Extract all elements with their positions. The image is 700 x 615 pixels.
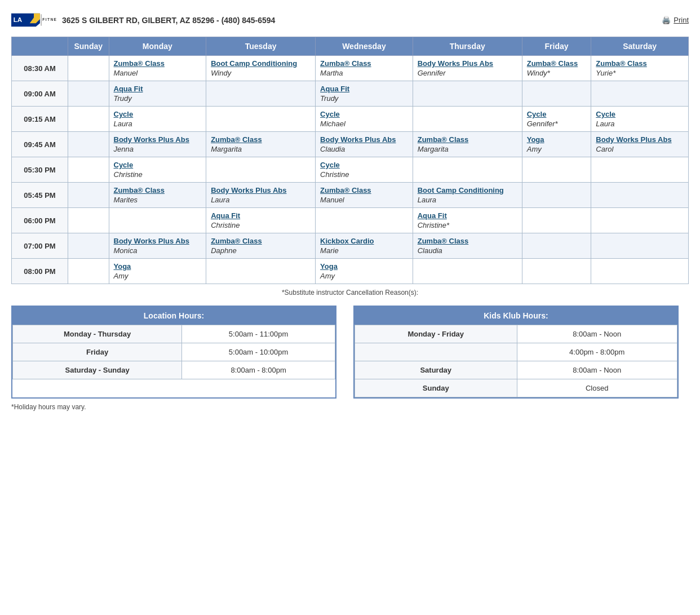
class-cell-thursday: Zumba® ClassClaudia <box>413 233 522 259</box>
class-name[interactable]: Aqua Fit <box>211 211 311 220</box>
class-name[interactable]: Yoga <box>527 135 587 144</box>
class-name[interactable]: Aqua Fit <box>114 85 202 93</box>
class-name[interactable]: Zumba® Class <box>211 135 311 144</box>
kids-klub-hours-box: Kids Klub Hours: Monday - Friday8:00am -… <box>353 306 679 399</box>
class-name[interactable]: Aqua Fit <box>320 85 408 93</box>
class-name[interactable]: Body Works Plus Abs <box>211 186 311 194</box>
time-cell: 08:30 AM <box>12 56 68 81</box>
instructor-name: Gennifer* <box>527 120 587 128</box>
class-cell-saturday <box>591 157 689 183</box>
class-cell-friday <box>522 183 591 208</box>
class-cell-sunday <box>68 259 109 284</box>
class-name[interactable]: Body Works Plus Abs <box>114 135 202 144</box>
instructor-name: Laura <box>114 120 202 128</box>
col-header-time <box>12 37 68 56</box>
class-name[interactable]: Cycle <box>114 161 202 169</box>
class-cell-sunday <box>68 233 109 259</box>
class-cell-wednesday: CycleChristine <box>316 157 413 183</box>
class-name[interactable]: Zumba® Class <box>596 59 684 68</box>
class-cell-thursday <box>413 81 522 107</box>
class-cell-tuesday: Body Works Plus AbsLaura <box>206 183 316 208</box>
print-button[interactable]: 🖨️ Print <box>662 16 689 24</box>
kids-hours: 8:00am - Noon <box>517 325 677 343</box>
class-cell-friday <box>522 81 591 107</box>
class-name[interactable]: Zumba® Class <box>320 59 408 68</box>
class-name[interactable]: Body Works Plus Abs <box>114 237 202 245</box>
class-name[interactable]: Zumba® Class <box>418 237 517 245</box>
class-name[interactable]: Yoga <box>114 262 202 271</box>
class-cell-friday: Zumba® ClassWindy* <box>522 56 591 81</box>
instructor-name: Marites <box>114 196 202 204</box>
schedule-row: 08:30 AMZumba® ClassManuelBoot Camp Cond… <box>12 56 689 81</box>
class-cell-tuesday <box>206 157 316 183</box>
class-name[interactable]: Boot Camp Conditioning <box>418 186 517 194</box>
class-cell-tuesday <box>206 107 316 132</box>
class-name[interactable]: Cycle <box>320 161 408 169</box>
class-name[interactable]: Cycle <box>596 110 684 118</box>
class-name[interactable]: Body Works Plus Abs <box>418 59 517 68</box>
class-cell-saturday <box>591 208 689 233</box>
class-cell-saturday <box>591 259 689 284</box>
location-hours-row: Saturday - Sunday8:00am - 8:00pm <box>13 361 335 379</box>
col-header-tuesday: Tuesday <box>206 37 316 56</box>
class-name[interactable]: Cycle <box>114 110 202 118</box>
class-cell-wednesday <box>316 208 413 233</box>
schedule-row: 05:30 PMCycleChristineCycleChristine <box>12 157 689 183</box>
class-cell-tuesday: Zumba® ClassMargarita <box>206 132 316 157</box>
class-cell-thursday <box>413 157 522 183</box>
class-name[interactable]: Boot Camp Conditioning <box>211 59 311 68</box>
class-cell-monday: Zumba® ClassManuel <box>109 56 206 81</box>
svg-text:FITNESS.: FITNESS. <box>42 17 56 21</box>
class-name[interactable]: Yoga <box>320 262 408 271</box>
kids-klub-row: SundayClosed <box>355 379 677 397</box>
time-cell: 09:45 AM <box>12 132 68 157</box>
class-name[interactable]: Body Works Plus Abs <box>596 135 684 144</box>
kids-klub-hours-table: Monday - Friday8:00am - Noon4:00pm - 8:0… <box>355 325 677 397</box>
class-name[interactable]: Body Works Plus Abs <box>320 135 408 144</box>
time-cell: 05:45 PM <box>12 183 68 208</box>
class-name[interactable]: Cycle <box>527 110 587 118</box>
instructor-name: Claudia <box>418 246 517 255</box>
time-cell: 09:15 AM <box>12 107 68 132</box>
class-name[interactable]: Zumba® Class <box>527 59 587 68</box>
class-name[interactable]: Zumba® Class <box>114 59 202 68</box>
class-cell-tuesday <box>206 259 316 284</box>
kids-day-empty <box>355 343 517 361</box>
print-label[interactable]: Print <box>674 16 689 24</box>
location-hours: 5:00am - 11:00pm <box>182 325 335 343</box>
location-hours: 8:00am - 8:00pm <box>182 361 335 379</box>
instructor-name: Windy* <box>527 69 587 77</box>
class-cell-monday: CycleLaura <box>109 107 206 132</box>
class-cell-sunday <box>68 81 109 107</box>
class-name[interactable]: Aqua Fit <box>418 211 517 220</box>
instructor-name: Amy <box>527 145 587 153</box>
kids-day: Monday - Friday <box>355 325 517 343</box>
class-cell-wednesday: Zumba® ClassMartha <box>316 56 413 81</box>
class-name[interactable]: Cycle <box>320 110 408 118</box>
class-cell-thursday: Aqua FitChristine* <box>413 208 522 233</box>
class-cell-wednesday: Kickbox CardioMarie <box>316 233 413 259</box>
substitute-note: *Substitute instructor Cancellation Reas… <box>11 289 689 297</box>
class-cell-monday: Aqua FitTrudy <box>109 81 206 107</box>
class-name[interactable]: Zumba® Class <box>211 237 311 245</box>
instructor-name: Marie <box>320 246 408 255</box>
class-cell-saturday <box>591 233 689 259</box>
schedule-table: Sunday Monday Tuesday Wednesday Thursday… <box>11 37 689 284</box>
class-name[interactable]: Zumba® Class <box>418 135 517 144</box>
class-cell-wednesday: YogaAmy <box>316 259 413 284</box>
instructor-name: Claudia <box>320 145 408 153</box>
schedule-row: 06:00 PMAqua FitChristineAqua FitChristi… <box>12 208 689 233</box>
holiday-note: *Holiday hours may vary. <box>11 403 689 411</box>
class-name[interactable]: Zumba® Class <box>114 186 202 194</box>
schedule-row: 09:00 AMAqua FitTrudyAqua FitTrudy <box>12 81 689 107</box>
location-hours-box: Location Hours: Monday - Thursday5:00am … <box>11 306 336 399</box>
class-cell-friday: YogaAmy <box>522 132 591 157</box>
schedule-row: 09:45 AMBody Works Plus AbsJennaZumba® C… <box>12 132 689 157</box>
class-name[interactable]: Kickbox Cardio <box>320 237 408 245</box>
class-cell-tuesday: Aqua FitChristine <box>206 208 316 233</box>
time-cell: 09:00 AM <box>12 81 68 107</box>
col-header-thursday: Thursday <box>413 37 522 56</box>
class-name[interactable]: Zumba® Class <box>320 186 408 194</box>
col-header-wednesday: Wednesday <box>316 37 413 56</box>
instructor-name: Jenna <box>114 145 202 153</box>
